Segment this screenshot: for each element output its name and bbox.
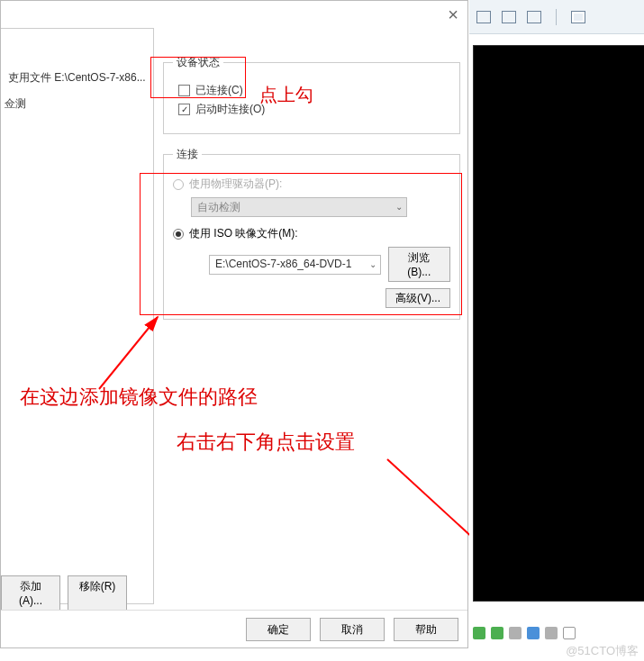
connect-on-start-checkbox[interactable]: ✓: [178, 104, 190, 115]
connect-on-start-label: 启动时连接(O): [195, 102, 265, 117]
connect-on-start-row[interactable]: ✓ 启动时连接(O): [178, 102, 450, 117]
browse-button[interactable]: 浏览(B)...: [388, 247, 450, 282]
cancel-button[interactable]: 取消: [320, 618, 385, 641]
physical-drive-value: 自动检测: [197, 201, 240, 213]
physical-drive-radio-row: 使用物理驱动器(P):: [173, 177, 450, 192]
printer-icon[interactable]: [545, 627, 558, 639]
fullscreen-icon[interactable]: [571, 11, 585, 23]
physical-drive-label: 使用物理驱动器(P):: [189, 177, 282, 192]
advanced-button[interactable]: 高级(V)...: [385, 288, 450, 308]
toolbar-separator: [556, 9, 557, 25]
sound-icon[interactable]: [563, 627, 576, 639]
hardware-item-file[interactable]: 吏用文件 E:\CentOS-7-x86...: [1, 65, 153, 91]
dialog-button-bar: 确定 取消 帮助: [1, 610, 467, 647]
display-icon[interactable]: [527, 627, 540, 639]
vm-toolbar: [469, 0, 644, 34]
hardware-item-detect[interactable]: 佥测: [1, 91, 153, 117]
physical-drive-radio: [173, 179, 184, 190]
vm-display[interactable]: [473, 45, 644, 602]
cd-icon[interactable]: [491, 627, 503, 639]
connection-legend: 连接: [173, 147, 202, 162]
monitor-icon[interactable]: [476, 11, 491, 23]
stretch-icon[interactable]: [527, 11, 541, 23]
annotation-rclick-tip: 右击右下角点击设置: [177, 429, 355, 456]
iso-path-row: E:\CentOS-7-x86_64-DVD-1 ⌄ 浏览(B)...: [191, 247, 450, 282]
annotation-check-tip: 点上勾: [259, 83, 313, 107]
help-button[interactable]: 帮助: [394, 618, 458, 641]
connected-checkbox[interactable]: [178, 85, 190, 96]
vm-status-bar: [473, 623, 576, 643]
physical-drive-select: 自动检测 ⌄: [191, 197, 407, 217]
vm-window: [469, 0, 644, 648]
left-buttons: 忝加(A)... 移除(R): [1, 575, 127, 611]
chevron-down-icon[interactable]: ⌄: [369, 259, 376, 269]
remove-button[interactable]: 移除(R): [68, 575, 127, 611]
chevron-down-icon: ⌄: [395, 202, 403, 212]
iso-path-select[interactable]: E:\CentOS-7-x86_64-DVD-1 ⌄: [209, 255, 381, 275]
connected-row[interactable]: 已连接(C): [178, 83, 450, 98]
annotation-path-tip: 在这边添加镜像文件的路径: [20, 384, 258, 411]
disk-icon[interactable]: [473, 627, 485, 639]
device-status-legend: 设备状态: [173, 55, 223, 70]
network-icon[interactable]: [509, 627, 522, 639]
iso-path-value: E:\CentOS-7-x86_64-DVD-1: [215, 258, 351, 270]
hardware-list: 吏用文件 E:\CentOS-7-x86... 佥测: [1, 28, 154, 604]
close-icon[interactable]: ×: [448, 5, 458, 25]
ok-button[interactable]: 确定: [246, 618, 311, 641]
settings-dialog: × 吏用文件 E:\CentOS-7-x86... 佥测 设备状态 已连接(C)…: [0, 0, 468, 648]
iso-label: 使用 ISO 映像文件(M):: [189, 226, 298, 241]
add-button[interactable]: 忝加(A)...: [1, 575, 60, 611]
watermark: @51CTO博客: [566, 643, 639, 659]
iso-radio-row[interactable]: 使用 ISO 映像文件(M):: [173, 226, 450, 241]
iso-radio[interactable]: [173, 229, 184, 240]
connected-label: 已连接(C): [195, 83, 243, 98]
fit-icon[interactable]: [502, 11, 516, 23]
connection-group: 连接 使用物理驱动器(P): 自动检测 ⌄ 使用 ISO 映像文件(M): E:…: [163, 147, 460, 320]
